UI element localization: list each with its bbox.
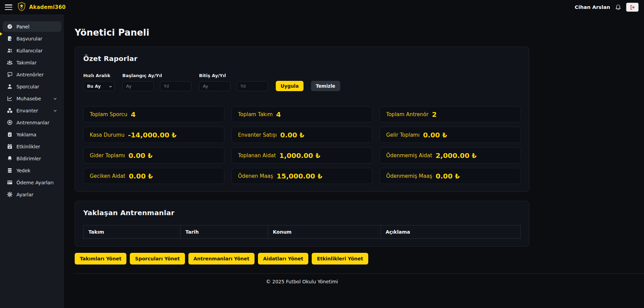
sidebar-item-label: Antrenörler [16,72,44,77]
end-year-input[interactable] [237,81,268,91]
boxes-icon [7,108,13,113]
sidebar-item-label: Ödeme Ayarları [16,180,54,185]
sidebar-item-label: Etkinlikler [16,144,40,149]
upcoming-trainings-title: Yaklaşan Antrenmanlar [83,209,521,217]
sidebar-item-basvurular[interactable]: Başvurular [3,33,61,44]
stat-card-odenen-maas: Ödenen Maaş 15,000.00 ₺ [232,168,373,184]
header-right: Cihan Arslan [575,3,639,12]
chevron-down-icon [53,97,57,101]
quick-range-group: Hızlı Aralık Bu Ay [83,73,115,91]
summary-reports-card: Özet Raporlar Hızlı Aralık Bu Ay Başlang… [75,47,529,192]
user-name: Cihan Arslan [575,4,610,10]
clear-button[interactable]: Temizle [311,81,340,91]
sidebar-item-label: Yoklama [16,132,36,137]
soccer-ball-icon [7,120,13,125]
sidebar-item-sporcular[interactable]: Sporcular [3,81,61,92]
start-date-group: Başlangıç Ay/Yıl [122,73,191,91]
sidebar-item-ayarlar[interactable]: Ayarlar [3,189,61,200]
sidebar-item-odeme-ayarlari[interactable]: Ödeme Ayarları [3,177,61,188]
column-header-tarih: Tarih [181,225,268,239]
copyright-text: © 2025 Futbol Okulu Yönetimi [75,279,529,284]
stat-card-gider-toplami: Gider Toplamı 0.00 ₺ [83,147,224,163]
logout-button[interactable] [626,3,639,12]
start-year-input[interactable] [160,81,191,91]
sidebar-item-etkinlikler[interactable]: Etkinlikler [3,141,61,152]
chevron-down-icon [53,109,57,113]
chalkboard-user-icon [7,72,13,77]
stat-card-toplam-takim: Toplam Takım 4 [232,106,373,122]
header-left: Akademi360 [5,2,66,13]
main-content: Yönetici Paneli Özet Raporlar Hızlı Aral… [64,14,644,308]
sidebar-item-envanter[interactable]: Envanter [3,105,61,116]
manage-athletes-button[interactable]: Sporcuları Yönet [130,253,185,264]
manage-trainings-button[interactable]: Antrenmanları Yönet [188,253,255,264]
manage-events-button[interactable]: Etkinlikleri Yönet [312,253,368,264]
sidebar-item-yoklama[interactable]: Yoklama [3,129,61,140]
calendar-check-icon [7,144,13,149]
bell-icon [7,156,13,161]
quick-range-select[interactable]: Bu Ay [83,81,115,91]
brand-title: Akademi360 [29,4,66,10]
sidebar-item-kullanicilar[interactable]: Kullanıcılar [3,45,61,56]
user-icon [7,84,13,89]
column-header-takim: Takım [84,225,181,239]
top-header: Akademi360 Cihan Arslan [0,0,644,14]
column-header-aciklama: Açıklama [381,225,520,239]
stat-card-geciken-aidat: Geciken Aidat 0.00 ₺ [83,168,224,184]
menu-toggle-icon[interactable] [5,4,12,10]
logout-icon [630,4,635,10]
end-date-label: Bitiş Ay/Yıl [199,73,268,78]
manage-dues-button[interactable]: Aidatları Yönet [258,253,308,264]
page-footer: © 2025 Futbol Okulu Yönetimi [75,273,644,289]
upcoming-trainings-table: Takım Tarih Konum Açıklama [83,225,521,239]
start-month-input[interactable] [122,81,154,91]
sidebar: Panel Başvurular Kullanıcılar Takımlar A [0,14,64,308]
sidebar-item-label: Takımlar [16,60,37,65]
credit-card-icon [7,180,13,185]
stat-card-toplam-antrenor: Toplam Antrenör 2 [380,106,521,122]
sidebar-item-label: Kullanıcılar [16,48,42,53]
quick-actions: Takımları Yönet Sporcuları Yönet Antrenm… [75,253,644,264]
stat-card-kasa-durumu: Kasa Durumu -14,000.00 ₺ [83,127,224,143]
sidebar-item-label: Muhasebe [16,96,41,101]
upcoming-trainings-card: Yaklaşan Antrenmanlar Takım Tarih Konum … [75,201,529,247]
database-icon [7,168,13,173]
stat-card-gelir-toplami: Gelir Toplamı 0.00 ₺ [380,127,521,143]
apply-button[interactable]: Uygula [276,81,304,91]
sidebar-item-label: Panel [16,24,29,29]
stat-card-toplam-sporcu: Toplam Sporcu 4 [83,106,224,122]
stat-card-envanter-satisi: Envanter Satışı 0.00 ₺ [232,127,373,143]
sidebar-item-label: Antrenmanlar [16,120,49,125]
brand[interactable]: Akademi360 [17,2,66,13]
sidebar-item-antrenorler[interactable]: Antrenörler [3,69,61,80]
sidebar-item-muhasebe[interactable]: Muhasebe [3,93,61,104]
sidebar-item-label: Ayarlar [16,192,33,197]
start-date-label: Başlangıç Ay/Yıl [122,73,191,78]
gauge-icon [7,24,13,29]
table-header-row: Takım Tarih Konum Açıklama [84,225,521,239]
sidebar-item-label: Yedek [16,168,30,173]
sidebar-item-panel[interactable]: Panel [3,21,61,32]
sidebar-active-marker [0,32,2,36]
gear-icon [7,192,13,197]
page-title: Yönetici Paneli [75,27,644,38]
quick-range-label: Hızlı Aralık [83,73,115,78]
sidebar-item-label: Başvurular [16,36,42,41]
end-month-input[interactable] [199,81,231,91]
users-icon [7,48,13,53]
sidebar-item-bildirimler[interactable]: Bildirimler [3,153,61,164]
sidebar-item-label: Envanter [16,108,38,113]
notifications-bell-icon[interactable] [615,4,621,11]
sidebar-item-yedek[interactable]: Yedek [3,165,61,176]
logo-shield-icon [17,2,26,13]
summary-reports-title: Özet Raporlar [83,54,521,63]
column-header-konum: Konum [268,225,381,239]
stats-grid: Toplam Sporcu 4 Toplam Takım 4 Toplam An… [83,106,521,184]
manage-teams-button[interactable]: Takımları Yönet [75,253,126,264]
clipboard-check-icon [7,132,13,137]
report-filters: Hızlı Aralık Bu Ay Başlangıç Ay/Yıl [83,73,521,91]
people-group-icon [7,60,13,65]
sidebar-item-antrenmanlar[interactable]: Antrenmanlar [3,117,61,128]
stat-card-odenmemis-aidat: Ödenmemiş Aidat 2,000.00 ₺ [380,147,521,163]
sidebar-item-takimlar[interactable]: Takımlar [3,57,61,68]
